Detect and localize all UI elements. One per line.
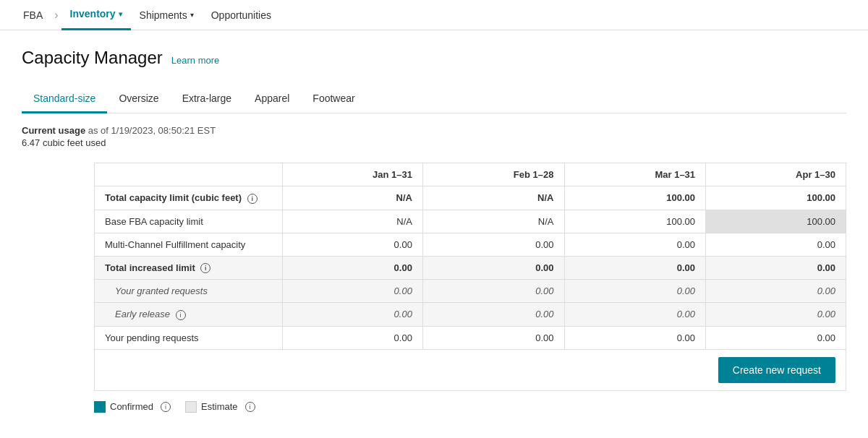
category-tabs: Standard-size Oversize Extra-large Appar… bbox=[22, 85, 846, 113]
table-row: Multi-Channel Fulfillment capacity 0.00 … bbox=[95, 233, 846, 256]
total-increased-info-icon[interactable]: i bbox=[200, 263, 210, 273]
page-title: Capacity Manager bbox=[22, 48, 163, 68]
cell-er-mar: 0.00 bbox=[564, 303, 706, 327]
nav-opportunities[interactable]: Opportunities bbox=[203, 0, 280, 30]
table-row: Early release i 0.00 0.00 0.00 0.00 bbox=[95, 303, 846, 327]
row-label-multi-channel: Multi-Channel Fulfillment capacity bbox=[95, 233, 283, 256]
nav-arrow: › bbox=[54, 9, 58, 22]
nav-fba[interactable]: FBA bbox=[14, 0, 51, 30]
cell-mc-feb: 0.00 bbox=[422, 233, 564, 256]
cell-total-cap-apr: 100.00 bbox=[706, 186, 846, 210]
tab-footwear[interactable]: Footwear bbox=[301, 85, 366, 113]
cell-pr-jan: 0.00 bbox=[283, 326, 423, 349]
tab-apparel[interactable]: Apparel bbox=[243, 85, 301, 113]
cell-er-feb: 0.00 bbox=[422, 303, 564, 327]
nav-inventory[interactable]: Inventory ▾ bbox=[61, 0, 131, 30]
capacity-table: Jan 1–31 Feb 1–28 Mar 1–31 Apr 1–30 Tota… bbox=[94, 163, 846, 350]
cell-total-cap-feb: N/A bbox=[422, 186, 564, 210]
table-row: Your pending requests 0.00 0.00 0.00 0.0… bbox=[95, 326, 846, 349]
total-capacity-info-icon[interactable]: i bbox=[247, 194, 258, 204]
table-row: Base FBA capacity limit N/A N/A 100.00 1… bbox=[95, 210, 846, 233]
legend-confirmed: Confirmed i bbox=[94, 401, 171, 413]
row-label-total-increased: Total increased limit i bbox=[95, 256, 283, 280]
col-header-mar: Mar 1–31 bbox=[564, 163, 706, 186]
cell-er-jan: 0.00 bbox=[283, 303, 423, 327]
cubic-feet-used: 6.47 cubic feet used bbox=[22, 137, 846, 148]
cell-base-fba-apr: 100.00 bbox=[706, 210, 846, 233]
estimate-label: Estimate bbox=[201, 401, 238, 412]
cell-gr-feb: 0.00 bbox=[422, 280, 564, 303]
row-label-total-capacity: Total capacity limit (cubic feet) i bbox=[95, 186, 283, 210]
estimate-swatch bbox=[185, 401, 197, 413]
cell-gr-jan: 0.00 bbox=[283, 280, 423, 303]
row-label-early-release: Early release i bbox=[95, 303, 283, 327]
tab-extra-large[interactable]: Extra-large bbox=[171, 85, 243, 113]
capacity-table-container: Jan 1–31 Feb 1–28 Mar 1–31 Apr 1–30 Tota… bbox=[94, 163, 846, 413]
confirmed-swatch bbox=[94, 401, 106, 413]
tab-oversize[interactable]: Oversize bbox=[107, 85, 170, 113]
cell-er-apr: 0.00 bbox=[706, 303, 846, 327]
cell-mc-mar: 0.00 bbox=[564, 233, 706, 256]
current-usage-section: Current usage as of 1/19/2023, 08:50:21 … bbox=[22, 125, 846, 148]
cell-pr-mar: 0.00 bbox=[564, 326, 706, 349]
row-label-base-fba: Base FBA capacity limit bbox=[95, 210, 283, 233]
col-header-feb: Feb 1–28 bbox=[422, 163, 564, 186]
legend-estimate: Estimate i bbox=[185, 401, 255, 413]
col-header-jan: Jan 1–31 bbox=[283, 163, 423, 186]
col-header-apr: Apr 1–30 bbox=[706, 163, 846, 186]
cell-pr-feb: 0.00 bbox=[422, 326, 564, 349]
confirmed-info-icon[interactable]: i bbox=[161, 402, 171, 412]
cell-total-cap-mar: 100.00 bbox=[564, 186, 706, 210]
tab-standard-size[interactable]: Standard-size bbox=[22, 85, 107, 113]
action-row: Create new request bbox=[94, 350, 846, 391]
table-header-row: Jan 1–31 Feb 1–28 Mar 1–31 Apr 1–30 bbox=[95, 163, 846, 186]
page-content: Capacity Manager Learn more Standard-siz… bbox=[0, 30, 868, 430]
cell-base-fba-jan: N/A bbox=[283, 210, 423, 233]
learn-more-link[interactable]: Learn more bbox=[171, 55, 219, 66]
shipments-dropdown-arrow: ▾ bbox=[190, 11, 194, 19]
early-release-info-icon[interactable]: i bbox=[176, 310, 186, 320]
row-label-pending: Your pending requests bbox=[95, 326, 283, 349]
cell-gr-mar: 0.00 bbox=[564, 280, 706, 303]
estimate-info-icon[interactable]: i bbox=[245, 402, 255, 412]
page-header: Capacity Manager Learn more bbox=[22, 48, 846, 68]
cell-gr-apr: 0.00 bbox=[706, 280, 846, 303]
confirmed-label: Confirmed bbox=[110, 401, 153, 412]
cell-total-cap-jan: N/A bbox=[283, 186, 423, 210]
top-navigation: FBA › Inventory ▾ Shipments ▾ Opportunit… bbox=[0, 0, 868, 30]
cell-mc-apr: 0.00 bbox=[706, 233, 846, 256]
cell-mc-jan: 0.00 bbox=[283, 233, 423, 256]
row-label-granted: Your granted requests bbox=[95, 280, 283, 303]
cell-ti-apr: 0.00 bbox=[706, 256, 846, 280]
nav-shipments[interactable]: Shipments ▾ bbox=[131, 0, 203, 30]
cell-pr-apr: 0.00 bbox=[706, 326, 846, 349]
table-row: Your granted requests 0.00 0.00 0.00 0.0… bbox=[95, 280, 846, 303]
cell-ti-jan: 0.00 bbox=[283, 256, 423, 280]
current-usage-timestamp: as of 1/19/2023, 08:50:21 EST bbox=[88, 125, 216, 136]
table-row: Total increased limit i 0.00 0.00 0.00 0… bbox=[95, 256, 846, 280]
legend: Confirmed i Estimate i bbox=[94, 401, 846, 413]
inventory-dropdown-arrow: ▾ bbox=[119, 10, 122, 18]
cell-ti-feb: 0.00 bbox=[422, 256, 564, 280]
current-usage-label: Current usage bbox=[22, 125, 85, 136]
cell-base-fba-feb: N/A bbox=[422, 210, 564, 233]
cell-base-fba-mar: 100.00 bbox=[564, 210, 706, 233]
cell-ti-mar: 0.00 bbox=[564, 256, 706, 280]
create-new-request-button[interactable]: Create new request bbox=[718, 357, 835, 383]
col-header-label bbox=[95, 163, 283, 186]
table-row: Total capacity limit (cubic feet) i N/A … bbox=[95, 186, 846, 210]
